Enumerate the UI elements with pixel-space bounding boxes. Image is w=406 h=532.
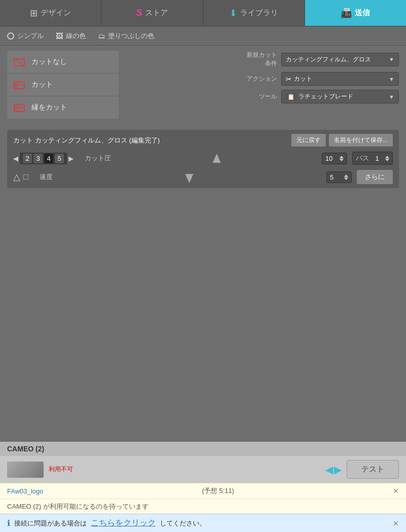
action-label: アクション [243,75,277,83]
store-icon: S [136,8,142,18]
speed-up[interactable] [344,174,348,177]
speed-label: 速度 [40,172,53,182]
cut-icon [13,79,27,91]
subnav-simple-label: シンプル [17,31,44,41]
subnav-line-label: 線の色 [66,31,86,41]
info-text-before: 接続に問題がある場合は [14,519,87,528]
speed-icons: △ □ [13,171,28,183]
svg-point-7 [15,108,18,111]
waiting-text: CAMEO (2) が利用可能になるのを待っています [7,503,149,510]
subnav-fill-color[interactable]: 🗂 塗りつぶしの色 [98,31,154,41]
tab-design[interactable]: ⊞ デザイン [0,0,101,26]
new-cut-value: カッティングフィルム、グロス [286,55,371,64]
stepper-left-arrow[interactable]: ◀ [13,155,18,162]
step-3[interactable]: 4 [44,154,53,163]
device-nav-arrows[interactable]: ◀ ▶ [325,464,342,476]
device-thumbnail [7,462,44,478]
cut-none-icon [13,56,27,68]
pass-box: パス 1 [352,152,393,165]
action-value: カット [294,75,389,83]
tab-send[interactable]: 📠 送信 [305,0,406,26]
pass-up[interactable] [385,156,389,158]
step-2[interactable]: 3 [33,154,43,163]
tab-store[interactable]: S ストア [101,0,203,26]
subnav-line-color[interactable]: 🖼 線の色 [56,31,86,41]
step-4[interactable]: 5 [55,154,64,163]
info-icon: ℹ [7,518,10,528]
cut-label: カット [31,80,53,89]
speed-slider[interactable] [185,174,193,183]
tool-value: ラチェットブレード [298,92,389,101]
info-link[interactable]: こちらをクリック [91,518,156,528]
svg-line-9 [18,107,24,109]
new-cut-label: 新規カット条件 [243,51,277,68]
tool-icon: 📋 [286,93,296,101]
settings-title: カット カッティングフィルム、グロス (編集完了) [13,136,160,145]
file-name: FAw03_logo [7,487,43,495]
line-color-icon: 🖼 [56,32,63,40]
waiting-bar: CAMEO (2) が利用可能になるのを待っています [0,499,406,514]
file-close-icon[interactable]: ✕ [393,487,399,495]
fill-color-icon: 🗂 [98,32,105,40]
tool-row: ツール 📋 ラチェットブレード ▼ [243,90,399,103]
cut-pressure-spinners [340,156,344,161]
file-info-bar: FAw03_logo (予想 5:11) ✕ [0,483,406,499]
speed-spinners [344,174,348,180]
arrow-left-icon: ◀ [325,464,333,476]
action-icon: ✂ [286,75,292,83]
subnav-simple[interactable]: シンプル [7,31,44,41]
bottom-section: CAMEO (2) 利用不可 ◀ ▶ テスト FAw03_logo (予想 5:… [0,442,406,532]
cut-option-none[interactable]: カットなし [7,51,119,74]
square-icon: □ [23,172,28,182]
design-icon: ⊞ [30,8,38,19]
cut-option-edge[interactable]: 縁をカット [7,96,119,119]
tool-label: ツール [243,92,277,101]
info-close-icon[interactable]: ✕ [393,519,399,527]
cut-pressure-value: 10 [325,155,332,162]
tab-library-label: ライブラリ [240,8,278,18]
test-button[interactable]: テスト [347,460,399,479]
settings-bar: カット カッティングフィルム、グロス (編集完了) 元に戻す 名前を付けて保存.… [7,130,399,188]
cut-pressure-value-box: 10 [322,153,347,164]
right-col: 新規カット条件 カッティングフィルム、グロス ▼ アクション ✂ カット ▼ ツ… [243,51,399,124]
settings-header: カット カッティングフィルム、グロス (編集完了) 元に戻す 名前を付けて保存.… [13,134,393,147]
edge-cut-icon [13,101,27,114]
cut-pressure-up[interactable] [340,156,344,158]
arrow-right-icon: ▶ [334,464,342,476]
top-nav: ⊞ デザイン S ストア ⬇ ライブラリ 📠 送信 [0,0,406,26]
cut-none-label: カットなし [31,57,67,66]
triangle-icon: △ [13,171,20,183]
cameo-bar: CAMEO (2) [0,442,406,456]
tab-library[interactable]: ⬇ ライブラリ [204,0,305,26]
file-time: (予想 5:11) [202,486,234,495]
cameo-label: CAMEO (2) [7,445,44,453]
main-panel: カットなし カット [0,46,406,441]
pass-down[interactable] [385,159,389,161]
radio-simple [7,32,14,40]
revert-button[interactable]: 元に戻す [291,134,326,147]
stepper-right-arrow[interactable]: ▶ [69,155,74,162]
cut-pressure-slider[interactable] [213,154,221,163]
pass-spinners [385,156,389,161]
pass-value: 1 [375,155,379,162]
cut-option-cut[interactable]: カット [7,74,119,96]
library-icon: ⬇ [229,8,237,19]
save-button[interactable]: 名前を付けて保存... [329,134,393,147]
speed-down[interactable] [344,178,348,180]
pass-label: パス [356,154,369,163]
speed-value: 5 [330,173,333,181]
svg-point-3 [15,85,18,88]
action-dropdown[interactable]: ✂ カット ▼ [281,72,399,86]
step-1[interactable]: 2 [23,154,32,163]
subnav-fill-label: 塗りつぶしの色 [108,31,154,41]
tab-store-label: ストア [145,8,168,18]
more-button[interactable]: さらに [357,170,393,184]
tool-dropdown[interactable]: 📋 ラチェットブレード ▼ [281,90,399,103]
info-bar: ℹ 接続に問題がある場合は こちらをクリック してください。 ✕ [0,514,406,532]
info-text-after: してください。 [160,519,206,528]
stepper-section: ◀ 2 3 4 5 ▶ カット圧 10 パ [13,152,393,165]
cut-pressure-label: カット圧 [85,154,111,163]
cut-pressure-down[interactable] [340,159,344,161]
cut-options-panel: カットなし カット [7,51,119,119]
new-cut-dropdown[interactable]: カッティングフィルム、グロス ▼ [281,53,399,66]
